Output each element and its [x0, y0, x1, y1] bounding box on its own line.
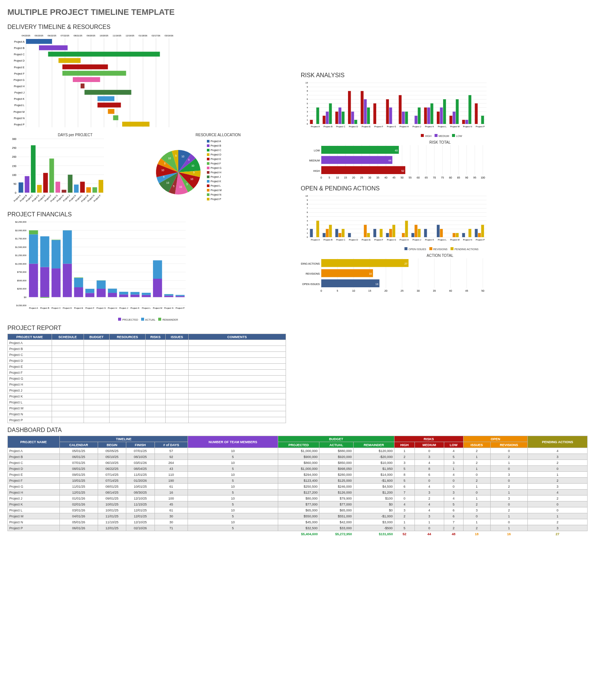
svg-text:150: 150	[12, 165, 16, 167]
svg-text:100: 100	[481, 176, 485, 179]
svg-text:52: 52	[401, 170, 404, 172]
svg-rect-272	[424, 108, 427, 124]
svg-text:Project D: Project D	[14, 59, 25, 62]
svg-text:20: 20	[384, 290, 387, 292]
svg-rect-31	[59, 58, 81, 63]
svg-rect-49	[113, 115, 118, 120]
svg-text:Project K: Project K	[211, 180, 221, 183]
svg-rect-159	[29, 234, 38, 264]
svg-text:Project A: Project A	[211, 140, 221, 143]
svg-rect-92	[98, 180, 103, 193]
svg-text:10: 10	[352, 290, 355, 292]
svg-rect-128	[207, 189, 209, 192]
svg-rect-98	[207, 144, 209, 147]
svg-text:10: 10	[191, 164, 194, 167]
svg-rect-194	[130, 295, 139, 297]
svg-text:10: 10	[305, 195, 308, 197]
svg-text:55: 55	[409, 176, 412, 179]
svg-rect-398	[414, 225, 417, 237]
svg-rect-202	[153, 279, 162, 297]
svg-text:Project L: Project L	[438, 125, 446, 128]
svg-text:5: 5	[193, 171, 195, 174]
svg-text:Project P: Project P	[476, 125, 485, 128]
svg-text:0: 0	[306, 236, 308, 238]
svg-rect-399	[418, 229, 421, 237]
svg-rect-387	[380, 229, 383, 237]
risk-total-chart: 0510152025303540455055606570758085909510…	[301, 144, 579, 181]
svg-text:$1,750,000: $1,750,000	[15, 238, 27, 240]
svg-text:Project A: Project A	[311, 125, 320, 128]
svg-rect-446	[321, 269, 373, 277]
svg-rect-449	[321, 279, 380, 287]
svg-text:75: 75	[441, 176, 444, 179]
svg-rect-41	[85, 90, 131, 95]
svg-text:Project M: Project M	[450, 239, 459, 241]
svg-text:Project J: Project J	[412, 239, 421, 241]
svg-rect-190	[119, 294, 128, 297]
svg-text:2: 2	[306, 228, 308, 230]
svg-rect-39	[81, 84, 85, 88]
svg-text:15: 15	[344, 176, 347, 179]
svg-text:6: 6	[306, 98, 308, 100]
svg-text:70: 70	[433, 176, 436, 179]
svg-text:Project N: Project N	[463, 239, 472, 241]
dashboard-heading: DASHBOARD DATA	[7, 427, 588, 434]
svg-text:$2,250,000: $2,250,000	[15, 221, 27, 223]
svg-text:25: 25	[360, 176, 363, 179]
svg-text:Project E: Project E	[14, 66, 25, 69]
svg-text:50: 50	[400, 176, 403, 179]
svg-rect-167	[52, 240, 61, 269]
svg-rect-410	[452, 233, 455, 237]
svg-text:Project H: Project H	[399, 239, 409, 241]
svg-text:Project C: Project C	[336, 239, 345, 241]
svg-text:Project B: Project B	[40, 307, 49, 309]
svg-text:5: 5	[188, 158, 189, 161]
svg-text:8: 8	[306, 90, 308, 92]
svg-text:Project F: Project F	[211, 162, 221, 165]
svg-text:Project H: Project H	[211, 171, 221, 174]
svg-text:Project H: Project H	[14, 85, 25, 88]
svg-rect-51	[122, 122, 150, 127]
svg-text:Project N: Project N	[211, 193, 221, 196]
dashboard-table: PROJECT NAME TIMELINE NUMBER OF TEAM MEM…	[7, 436, 588, 537]
svg-rect-270	[418, 108, 421, 124]
svg-text:10: 10	[166, 181, 169, 184]
open-chart: 012345678910Project AProject BProject CP…	[301, 194, 579, 251]
svg-text:Project F: Project F	[85, 307, 94, 309]
svg-rect-285	[465, 120, 468, 124]
svg-text:90: 90	[465, 176, 468, 179]
svg-text:Project C: Project C	[52, 307, 61, 309]
svg-text:Project N: Project N	[463, 125, 472, 128]
svg-text:40: 40	[384, 176, 387, 179]
svg-text:Project E: Project E	[211, 158, 221, 161]
svg-rect-383	[367, 233, 370, 237]
svg-rect-282	[456, 99, 459, 124]
svg-rect-242	[329, 104, 332, 124]
svg-text:LOW: LOW	[314, 149, 320, 152]
svg-rect-245	[338, 108, 341, 124]
svg-rect-72	[37, 185, 42, 193]
svg-text:45: 45	[393, 176, 396, 179]
svg-text:$1,000,000: $1,000,000	[15, 263, 27, 265]
svg-rect-374	[338, 233, 341, 237]
svg-text:10: 10	[336, 176, 339, 179]
financials-chart: $-250,000$0$250,000$500,000$750,000$1,00…	[7, 220, 286, 321]
svg-text:Project C: Project C	[211, 149, 221, 152]
svg-text:5: 5	[175, 154, 177, 157]
svg-rect-256	[373, 104, 376, 124]
svg-rect-82	[68, 175, 73, 193]
svg-rect-187	[108, 289, 117, 293]
svg-rect-27	[39, 45, 68, 50]
svg-text:Project A: Project A	[311, 239, 320, 241]
svg-text:48: 48	[395, 149, 398, 152]
svg-text:02/17/26: 02/17/26	[152, 35, 160, 37]
svg-rect-406	[440, 229, 443, 237]
days-heading: DAYS per PROJECT	[7, 133, 143, 137]
svg-text:Project M: Project M	[153, 307, 162, 309]
svg-rect-413	[462, 233, 465, 237]
svg-rect-280	[449, 116, 452, 124]
svg-rect-113	[207, 167, 209, 169]
report-heading: PROJECT REPORT	[7, 325, 588, 331]
svg-rect-265	[402, 112, 405, 124]
svg-rect-373	[335, 229, 338, 237]
